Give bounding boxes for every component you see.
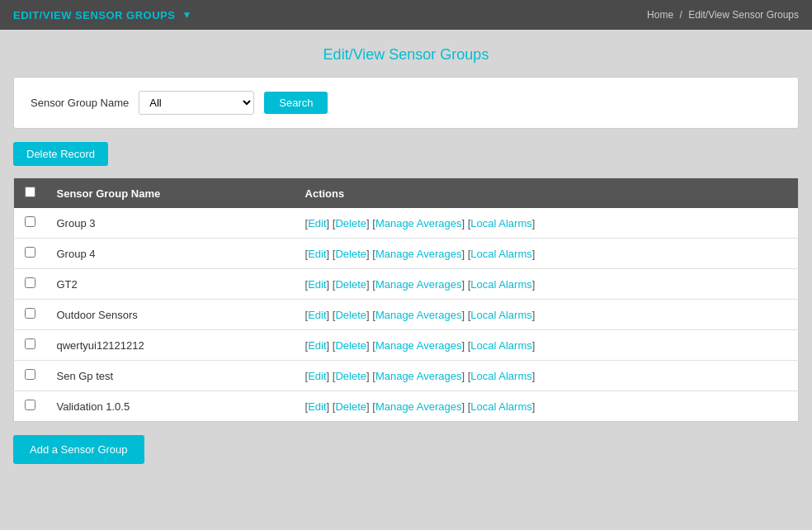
action-link-manage-averages[interactable]: Manage Averages <box>375 278 462 291</box>
actions-cell: [Edit] [Delete] [Manage Averages] [Local… <box>295 208 799 239</box>
action-link-local-alarms[interactable]: Local Alarms <box>470 217 531 230</box>
delete-record-button[interactable]: Delete Record <box>13 142 108 166</box>
action-link-manage-averages[interactable]: Manage Averages <box>375 248 462 260</box>
table-header-group-name: Sensor Group Name <box>47 178 295 209</box>
bracket-close: ] <box>532 248 536 260</box>
search-label: Sensor Group Name <box>31 97 129 109</box>
action-link-edit[interactable]: Edit <box>308 400 326 413</box>
action-link-local-alarms[interactable]: Local Alarms <box>470 339 531 352</box>
add-sensor-group-button[interactable]: Add a Sensor Group <box>13 435 144 464</box>
breadcrumb-separator: / <box>679 9 682 21</box>
action-link-delete[interactable]: Delete <box>335 339 366 352</box>
group-name-cell: qwertyui12121212 <box>47 330 295 361</box>
bracket-close: ] <box>532 400 536 413</box>
bracket-close: ] <box>532 309 536 321</box>
group-name-cell: GT2 <box>47 269 295 300</box>
bracket-close: ] <box>532 339 536 352</box>
action-link-manage-averages[interactable]: Manage Averages <box>375 400 462 413</box>
action-link-manage-averages[interactable]: Manage Averages <box>375 370 462 382</box>
row-checkbox[interactable] <box>25 400 35 410</box>
row-checkbox-cell <box>14 208 47 239</box>
action-link-local-alarms[interactable]: Local Alarms <box>470 278 531 291</box>
action-link-edit[interactable]: Edit <box>308 339 326 352</box>
row-checkbox-cell <box>14 361 47 391</box>
action-link-manage-averages[interactable]: Manage Averages <box>375 217 462 230</box>
table-header-row: Sensor Group Name Actions <box>14 178 799 209</box>
top-nav-left: EDIT/VIEW SENSOR GROUPS ▼ <box>13 9 191 21</box>
row-checkbox[interactable] <box>25 277 35 288</box>
row-checkbox-cell <box>14 391 47 422</box>
table-row: Group 3[Edit] [Delete] [Manage Averages]… <box>14 208 799 239</box>
bracket-close: ] <box>532 370 536 382</box>
actions-cell: [Edit] [Delete] [Manage Averages] [Local… <box>295 239 799 269</box>
action-link-edit[interactable]: Edit <box>308 248 326 260</box>
action-link-local-alarms[interactable]: Local Alarms <box>470 248 531 260</box>
table-row: qwertyui12121212[Edit] [Delete] [Manage … <box>14 330 799 361</box>
action-link-local-alarms[interactable]: Local Alarms <box>470 370 531 382</box>
table-row: Outdoor Sensors[Edit] [Delete] [Manage A… <box>14 300 799 330</box>
page-content: Edit/View Sensor Groups Sensor Group Nam… <box>0 30 812 480</box>
action-link-edit[interactable]: Edit <box>308 278 326 291</box>
bracket-close: ] <box>532 217 536 230</box>
action-link-local-alarms[interactable]: Local Alarms <box>470 309 531 321</box>
nav-chevron-icon[interactable]: ▼ <box>182 9 191 21</box>
group-name-cell: Outdoor Sensors <box>47 300 295 330</box>
actions-cell: [Edit] [Delete] [Manage Averages] [Local… <box>295 300 799 330</box>
row-checkbox[interactable] <box>25 216 35 227</box>
breadcrumb-home-link[interactable]: Home <box>647 9 673 21</box>
actions-cell: [Edit] [Delete] [Manage Averages] [Local… <box>295 330 799 361</box>
breadcrumb: Home / Edit/View Sensor Groups <box>647 9 799 21</box>
row-checkbox[interactable] <box>25 369 35 380</box>
action-link-delete[interactable]: Delete <box>335 309 366 321</box>
select-all-checkbox[interactable] <box>25 187 35 197</box>
search-select[interactable]: All <box>139 91 254 115</box>
breadcrumb-current: Edit/View Sensor Groups <box>688 9 799 21</box>
action-link-edit[interactable]: Edit <box>308 217 326 230</box>
row-checkbox-cell <box>14 239 47 269</box>
table-header-actions: Actions <box>295 178 799 209</box>
action-link-delete[interactable]: Delete <box>335 248 366 260</box>
top-nav: EDIT/VIEW SENSOR GROUPS ▼ Home / Edit/Vi… <box>0 0 812 30</box>
action-link-local-alarms[interactable]: Local Alarms <box>470 400 531 413</box>
actions-cell: [Edit] [Delete] [Manage Averages] [Local… <box>295 269 799 300</box>
group-name-cell: Group 4 <box>47 239 295 269</box>
bracket-close: ] <box>532 278 536 291</box>
table-row: GT2[Edit] [Delete] [Manage Averages] [Lo… <box>14 269 799 300</box>
row-checkbox[interactable] <box>25 338 35 349</box>
table-row: Group 4[Edit] [Delete] [Manage Averages]… <box>14 239 799 269</box>
actions-cell: [Edit] [Delete] [Manage Averages] [Local… <box>295 361 799 391</box>
row-checkbox-cell <box>14 300 47 330</box>
group-name-cell: Group 3 <box>47 208 295 239</box>
sensor-groups-table: Sensor Group Name Actions Group 3[Edit] … <box>13 177 799 422</box>
group-name-cell: Validation 1.0.5 <box>47 391 295 422</box>
table-row: Validation 1.0.5[Edit] [Delete] [Manage … <box>14 391 799 422</box>
table-header-checkbox <box>14 178 47 209</box>
row-checkbox-cell <box>14 330 47 361</box>
action-link-delete[interactable]: Delete <box>335 400 366 413</box>
action-link-edit[interactable]: Edit <box>308 370 326 382</box>
search-button[interactable]: Search <box>264 92 328 114</box>
action-link-manage-averages[interactable]: Manage Averages <box>375 309 462 321</box>
row-checkbox[interactable] <box>25 308 35 319</box>
search-panel: Sensor Group Name All Search <box>13 77 799 129</box>
actions-cell: [Edit] [Delete] [Manage Averages] [Local… <box>295 391 799 422</box>
table-row: Sen Gp test[Edit] [Delete] [Manage Avera… <box>14 361 799 391</box>
action-link-delete[interactable]: Delete <box>335 278 366 291</box>
action-link-edit[interactable]: Edit <box>308 309 326 321</box>
action-link-delete[interactable]: Delete <box>335 370 366 382</box>
page-nav-title: EDIT/VIEW SENSOR GROUPS <box>13 9 175 21</box>
group-name-cell: Sen Gp test <box>47 361 295 391</box>
row-checkbox-cell <box>14 269 47 300</box>
action-link-delete[interactable]: Delete <box>335 217 366 230</box>
action-link-manage-averages[interactable]: Manage Averages <box>375 339 462 352</box>
page-title: Edit/View Sensor Groups <box>13 46 799 64</box>
row-checkbox[interactable] <box>25 247 35 258</box>
